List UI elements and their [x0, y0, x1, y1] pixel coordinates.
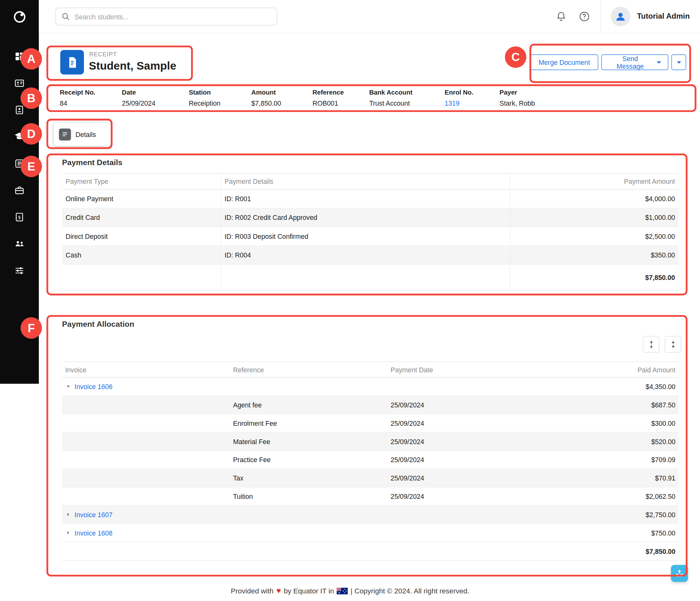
field-value: 25/09/2024: [122, 100, 155, 107]
bell-icon: [555, 11, 567, 23]
help-button[interactable]: [575, 7, 593, 25]
allocation-item-row: Enrolment Fee 25/09/2024 $300.00: [62, 414, 678, 433]
sidebar-item-finance[interactable]: $: [14, 212, 25, 223]
payment-amount-cell: $350.00: [510, 246, 678, 264]
allocation-item-row: Tax 25/09/2024 $70.91: [62, 469, 678, 488]
payment-allocation-total-row: $7,850.00: [62, 542, 678, 561]
topbar-divider: [600, 0, 601, 33]
payment-details-total: $7,850.00: [510, 265, 678, 290]
payment-type-cell: Credit Card: [62, 208, 221, 227]
sidebar-item-students[interactable]: [14, 104, 25, 115]
receipt-document-icon: [60, 50, 84, 75]
field-label: Amount: [251, 89, 281, 96]
footer: Provided with ♥ by Equator IT in | Copyr…: [0, 586, 700, 596]
payment-date-cell: 25/09/2024: [388, 456, 548, 463]
payment-allocation-header-row: Invoice Reference Payment Date Paid Amou…: [62, 362, 678, 378]
field-value: Trust Account: [369, 100, 412, 107]
payer-field: Payer Stark, Robb: [500, 89, 535, 107]
invoice-1606-toggle[interactable]: Invoice 1606: [62, 383, 230, 390]
merge-document-label: Merge Document: [539, 58, 590, 66]
agents-icon: [14, 238, 25, 249]
column-paid-amount: Paid Amount: [548, 366, 678, 373]
list-icon: [61, 131, 69, 138]
support-widget-button[interactable]: [671, 565, 688, 582]
enrol-no-field: Enrol No. 1319: [445, 89, 473, 107]
footer-text: by Equator IT in: [284, 587, 334, 595]
field-label: Reference: [312, 89, 344, 96]
equator-logo-icon: [12, 9, 27, 24]
reference-cell: Material Fee: [230, 438, 388, 445]
invoice-1608-toggle[interactable]: Invoice 1608: [62, 529, 230, 537]
annotation-marker-e: E: [21, 156, 42, 177]
field-label: Station: [189, 89, 221, 96]
column-payment-details: Payment Details: [221, 174, 510, 189]
sidebar-item-agents[interactable]: [14, 238, 25, 249]
payment-row: Cash ID: R004 $350.00: [62, 246, 678, 264]
australia-flag-icon: [337, 588, 348, 594]
topbar-right: Tutorial Admin: [552, 0, 700, 33]
field-label: Receipt No.: [60, 89, 96, 96]
column-invoice: Invoice: [62, 366, 230, 373]
payment-type-cell: Cash: [62, 246, 221, 264]
reference-field: Reference ROB001: [312, 89, 344, 107]
more-actions-button[interactable]: [672, 54, 686, 70]
avatar[interactable]: [611, 7, 630, 26]
invoice-link[interactable]: Invoice 1606: [75, 383, 112, 390]
enrol-no-link[interactable]: 1319: [445, 100, 473, 107]
collapse-all-button[interactable]: [665, 336, 681, 352]
paid-amount-cell: $300.00: [548, 419, 678, 427]
sidebar-item-contacts[interactable]: [14, 78, 25, 88]
contacts-icon: [14, 78, 24, 88]
annotation-marker-f: F: [21, 317, 42, 339]
field-label: Payer: [500, 89, 535, 96]
payment-date-cell: 25/09/2024: [388, 438, 548, 445]
notifications-button[interactable]: [552, 7, 570, 25]
invoice-1607-toggle[interactable]: Invoice 1607: [62, 511, 230, 518]
person-icon: [614, 10, 627, 23]
help-icon: [578, 11, 590, 23]
paid-amount-cell: $687.50: [548, 401, 678, 409]
paid-amount-cell: $2,750.00: [548, 511, 678, 518]
invoice-group-row: Invoice 1606 $4,350.00: [62, 377, 678, 396]
reference-cell: Tuition: [230, 493, 388, 500]
annotation-marker-c: C: [505, 47, 527, 68]
invoice-link[interactable]: Invoice 1607: [75, 511, 112, 518]
search-box[interactable]: [55, 7, 277, 25]
chevron-right-icon: [65, 512, 72, 518]
chevron-down-icon: [656, 60, 662, 64]
search-input[interactable]: [75, 12, 272, 20]
allocation-item-row: Material Fee 25/09/2024 $520.00: [62, 433, 678, 451]
column-reference: Reference: [230, 366, 388, 373]
chevron-right-icon: [65, 530, 72, 536]
sidebar-item-settings[interactable]: [14, 265, 25, 276]
app-logo[interactable]: [0, 0, 39, 33]
column-payment-type: Payment Type: [62, 174, 221, 189]
date-field: Date 25/09/2024: [122, 89, 155, 107]
document-icon: [66, 55, 79, 69]
payment-date-cell: 25/09/2024: [388, 493, 548, 500]
payment-date-cell: 25/09/2024: [388, 474, 548, 482]
heart-icon: ♥: [276, 586, 281, 596]
payment-details-title: Payment Details: [62, 158, 123, 167]
widget-icon: [675, 569, 684, 578]
tab-details[interactable]: Details: [53, 123, 111, 146]
paid-amount-cell: $2,062.50: [548, 493, 678, 500]
app-screen: $: [0, 0, 700, 601]
payment-date-cell: 25/09/2024: [388, 401, 548, 409]
annotation-marker-d: D: [21, 123, 42, 145]
sidebar-item-services[interactable]: [14, 185, 25, 195]
field-value: ROB001: [312, 100, 344, 107]
invoice-link[interactable]: Invoice 1608: [75, 529, 112, 537]
tab-details-label: Details: [75, 131, 96, 138]
payment-type-cell: Direct Deposit: [62, 227, 221, 245]
send-message-button[interactable]: Send Message: [601, 54, 668, 70]
invoice-group-row: Invoice 1607 $2,750.00: [62, 505, 678, 524]
expand-all-icon: [647, 340, 655, 348]
reference-cell: Tax: [230, 474, 388, 482]
allocation-item-row: Agent fee 25/09/2024 $687.50: [62, 396, 678, 414]
merge-document-button[interactable]: Merge Document: [530, 54, 598, 70]
payment-allocation-total: $7,850.00: [548, 548, 678, 555]
payment-type-cell: Online Payment: [62, 190, 221, 208]
expand-all-button[interactable]: [643, 336, 659, 352]
student-badge-icon: [14, 105, 24, 115]
